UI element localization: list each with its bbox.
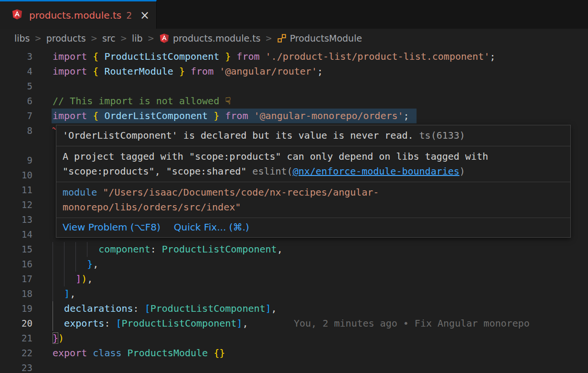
code-line-16[interactable]: }, (53, 257, 98, 272)
code-token: OrderListComponent (104, 110, 208, 121)
code-token: import (53, 110, 93, 121)
code-token (53, 273, 75, 285)
tab-problem-count: 2 (126, 10, 132, 21)
code-line-20[interactable]: exports: [ProductListComponent], (53, 316, 248, 331)
line-number: 17 (0, 272, 32, 286)
hover-text: ) (460, 165, 465, 177)
code-token (219, 51, 225, 62)
hover-text-row: A project tagged with "scope:products" c… (63, 149, 564, 164)
code-token: exports (64, 318, 104, 329)
code-token: : (104, 318, 116, 329)
hover-actions: View Problem (⌥F8)Quick Fix... (⌘.) (56, 218, 570, 236)
code-token: } (179, 66, 191, 77)
hover-section-3: module "/Users/isaac/Documents/code/nx-r… (56, 182, 570, 218)
breadcrumb-item-products[interactable]: products (46, 33, 86, 44)
breadcrumb-item-src[interactable]: src (102, 33, 116, 44)
code-token: ) (81, 273, 87, 285)
code-token: } (53, 332, 58, 344)
breadcrumb-item-lib[interactable]: lib (132, 33, 143, 44)
code-line-22[interactable]: export class ProductsModule {} (53, 346, 225, 361)
angular-icon (11, 9, 23, 22)
line-number: 6 (0, 94, 32, 109)
breadcrumb-item-libs[interactable]: libs (14, 33, 30, 44)
hover-section-1: 'OrderListComponent' is declared but its… (56, 125, 570, 146)
code-line-3[interactable]: import { ProductListComponent } from './… (53, 49, 495, 64)
close-icon[interactable]: × (140, 10, 150, 21)
hover-text: "/Users/isaac/Documents/code/nx-recipes/… (103, 186, 379, 198)
hover-text: monorepo/libs/orders/src/index" (63, 201, 241, 213)
breadcrumb-label: ProductsModule (290, 33, 362, 44)
class-icon (277, 33, 287, 43)
code-token: ] (64, 288, 70, 299)
code-token: : (133, 303, 145, 314)
tab-title: products.module.ts (29, 10, 121, 21)
line-number: 7 (0, 109, 32, 123)
code-token: } (225, 51, 236, 62)
code-line-4[interactable]: import { RouterModule } from '@angular/r… (53, 64, 323, 79)
code-token: import (53, 51, 93, 62)
view-problem-action[interactable]: View Problem (⌥F8) (63, 221, 160, 233)
code-line-21[interactable]: }) (53, 331, 64, 346)
code-token: component (98, 243, 150, 255)
code-token (173, 66, 179, 77)
code-token: ProductListComponent (104, 51, 219, 62)
code-token: , (87, 273, 93, 285)
hover-popup: 'OrderListComponent' is declared but its… (56, 125, 571, 238)
tab-products-module[interactable]: products.module.ts 2 × (0, 0, 157, 29)
code-token: ProductListComponent (162, 243, 277, 255)
breadcrumb: libs>products>src>lib> products.module.t… (0, 29, 588, 48)
breadcrumb-item-products-module-ts[interactable]: products.module.ts (159, 33, 261, 44)
rule-link[interactable]: @nx/enforce-module-boundaries (293, 165, 460, 177)
line-number: 4 (0, 64, 32, 79)
line-number: 8 (0, 123, 32, 138)
code-token: ProductsModule (128, 347, 214, 359)
code-token: , (242, 318, 248, 329)
tab-bar: products.module.ts 2 × (0, 0, 588, 29)
code-token: , (271, 303, 277, 314)
code-token: from (236, 51, 265, 62)
code-token: // This import is not allowed (53, 95, 225, 107)
line-number: 3 (0, 49, 32, 64)
code-token: ] (266, 303, 271, 314)
line-number: 9 (0, 153, 32, 168)
code-token: ☟ (225, 95, 231, 107)
code-token (53, 288, 64, 299)
code-line-19[interactable]: declarations: [ProductListComponent], (53, 301, 277, 316)
line-number: 12 (0, 197, 32, 212)
code-line-6[interactable]: // This import is not allowed ☟ (53, 94, 231, 109)
code-line-17[interactable]: ]), (53, 272, 93, 286)
code-token: '@angular-monorepo/orders' (254, 110, 404, 121)
code-token: declarations (64, 303, 133, 314)
line-number: 15 (0, 242, 32, 257)
chevron-right-icon: > (120, 33, 127, 43)
hover-text-row: monorepo/libs/orders/src/index" (63, 200, 564, 215)
line-number: 20 (0, 316, 32, 331)
breadcrumb-item-productsmodule[interactable]: ProductsModule (277, 33, 362, 44)
code-editor: 'OrderListComponent' is declared but its… (0, 48, 588, 373)
line-number: 22 (0, 346, 32, 361)
code-token: , (70, 288, 75, 299)
code-token (53, 303, 64, 314)
line-number: 14 (0, 227, 32, 242)
code-line-15[interactable]: component: ProductListComponent, (53, 242, 283, 257)
hover-text-row: module "/Users/isaac/Documents/code/nx-r… (63, 185, 564, 200)
breadcrumb-label: libs (14, 33, 30, 44)
code-token: [ (145, 303, 150, 314)
hover-text: "scope:products", "scope:shared" (63, 165, 252, 177)
hover-text-row: "scope:products", "scope:shared" eslint(… (63, 164, 564, 179)
hover-text: A project tagged with "scope:products" c… (63, 151, 488, 162)
code-token (53, 243, 98, 255)
code-token: from (191, 66, 219, 77)
hover-text: eslint( (252, 165, 292, 177)
code-token: ProductListComponent (150, 303, 266, 314)
breadcrumb-label: products.module.ts (173, 33, 261, 44)
quick-fix-action[interactable]: Quick Fix... (⌘.) (174, 221, 249, 233)
code-line-18[interactable]: ], (53, 286, 75, 301)
code-token: } (214, 110, 225, 121)
code-token: import (53, 66, 93, 77)
code-token (53, 258, 87, 270)
chevron-right-icon: > (148, 33, 154, 43)
code-token: export (53, 347, 93, 359)
line-number: 13 (0, 212, 32, 227)
line-number: 11 (0, 183, 32, 197)
